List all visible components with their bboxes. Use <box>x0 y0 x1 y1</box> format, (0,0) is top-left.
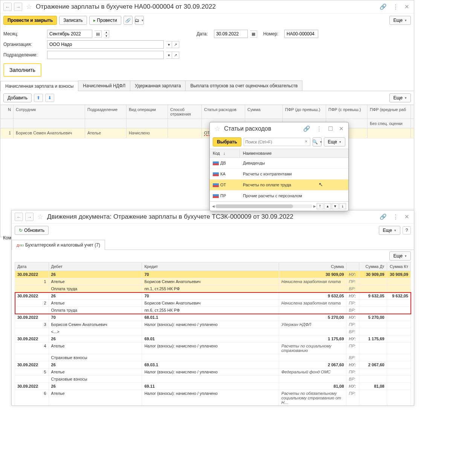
item-icon <box>213 183 219 187</box>
org-input[interactable] <box>47 40 164 49</box>
movements-entry[interactable]: 30.09.20222669.03.1 2 067,60НУ: 2 067,60… <box>15 361 411 383</box>
refresh-button[interactable]: ↻Обновить <box>15 226 49 235</box>
item-icon <box>213 172 219 176</box>
search-clear-button[interactable]: × <box>303 138 310 146</box>
grid2-more-label: Еще <box>394 253 403 259</box>
number-input[interactable] <box>284 30 318 38</box>
popup-close-icon[interactable]: ✕ <box>337 125 345 133</box>
popup-col-name[interactable]: Наименование <box>240 149 348 157</box>
win2-forward-button[interactable]: → <box>25 213 34 221</box>
col-div[interactable]: Подразделение <box>85 105 127 119</box>
attach-button[interactable]: 📎 <box>124 16 133 25</box>
structure-button[interactable]: 🗂▾ <box>135 16 144 25</box>
col-sum[interactable]: Сумма <box>245 105 283 119</box>
div-select-button[interactable]: ▾ <box>166 52 172 59</box>
org-open-button[interactable]: ↗ <box>172 41 179 48</box>
movements-entry[interactable]: 30.09.20227068.01.1 5 270,00НУ: 5 270,00… <box>15 314 411 335</box>
close-icon[interactable]: ✕ <box>403 3 411 11</box>
list-top-button[interactable]: ⤒ <box>317 203 323 209</box>
search-input[interactable] <box>244 138 303 146</box>
col-op[interactable]: Вид операции <box>127 105 168 119</box>
win2-more-button[interactable]: Еще▾ <box>379 226 400 235</box>
popup-more-icon[interactable]: ⋮ <box>315 125 323 133</box>
win2-star-icon[interactable]: ☆ <box>37 213 43 221</box>
form-area: Месяц: ▤ ▲▼ Дата: ▦ Номер: Организация: … <box>0 27 414 62</box>
grid-row[interactable]: 1 Борисов Семен Анатольевич Ателье Начис… <box>0 128 414 139</box>
grid-more-button[interactable]: Еще▾ <box>389 93 411 102</box>
tab-withheld[interactable]: Удержанная зарплата <box>130 81 186 91</box>
star-icon[interactable]: ☆ <box>26 3 32 11</box>
month-input[interactable] <box>47 30 92 38</box>
refresh-icon: ↻ <box>19 228 23 233</box>
col2-sum[interactable]: Сумма <box>279 262 346 271</box>
col2-kt[interactable]: Сумма Кт <box>387 262 410 271</box>
post-button-label: Провести <box>97 18 117 23</box>
fill-button[interactable]: Заполнить <box>3 63 41 77</box>
find-button[interactable]: 🔍▾ <box>313 137 322 146</box>
select-button[interactable]: Выбрать <box>213 137 241 146</box>
popup-link-icon[interactable]: 🔗 <box>302 125 312 133</box>
popup-max-icon[interactable]: ☐ <box>326 125 334 133</box>
back-button[interactable]: ← <box>3 3 12 11</box>
add-button[interactable]: Добавить <box>3 93 32 102</box>
link-icon[interactable]: 🔗 <box>378 3 388 11</box>
col2-debet[interactable]: Дебет <box>49 262 142 271</box>
list-down-button[interactable]: ▼ <box>332 203 339 209</box>
accounting-tab[interactable]: ДтКт Бухгалтерский и налоговый учет (7) <box>12 240 105 250</box>
win2-title: Движения документа: Отражение зарплаты в… <box>47 213 376 221</box>
date-input[interactable] <box>214 30 248 38</box>
col2-dt[interactable]: Сумма Дт <box>359 262 387 271</box>
movements-window: ← → ☆ Движения документа: Отражение зарп… <box>11 210 414 406</box>
movements-entry[interactable]: 30.09.20222670 30 909,09НУ: 30 909,0930 … <box>15 271 411 292</box>
col-emp[interactable]: Сотрудник <box>14 105 85 119</box>
sub-p3[interactable]: Без спец. оценки <box>368 119 411 128</box>
movements-entry[interactable]: 30.09.20222669.01 1 175,69НУ: 1 175,69 4… <box>15 335 411 361</box>
col-p1[interactable]: ПФР (до превыш.) <box>283 105 326 119</box>
list-up-button[interactable]: ▲ <box>324 203 331 209</box>
month-spinner[interactable]: ▲▼ <box>104 30 109 38</box>
number-label: Номер: <box>263 31 282 37</box>
tab-accrued[interactable]: Начисленная зарплата и взносы <box>0 81 78 91</box>
item-icon <box>213 194 219 198</box>
popup-scrollbar[interactable] <box>215 204 313 208</box>
win2-more-icon[interactable]: ⋮ <box>391 213 400 221</box>
move-up-button[interactable]: ⬆ <box>34 94 43 102</box>
movements-entry[interactable]: 30.09.20222670 9 632,05НУ: 9 632,059 632… <box>15 292 411 314</box>
win2-back-button[interactable]: ← <box>15 213 23 221</box>
write-button[interactable]: Записать <box>59 16 87 25</box>
grid-more-label: Еще <box>394 95 403 101</box>
div-input[interactable] <box>47 51 164 59</box>
popup-more-button[interactable]: Еще▾ <box>324 137 345 146</box>
expense-item-row[interactable]: ОТРасчеты по оплате труда <box>210 180 348 190</box>
forward-button[interactable]: → <box>14 3 22 11</box>
more-button[interactable]: Еще▾ <box>389 16 411 25</box>
col-p2[interactable]: ПФР (с превыш.) <box>326 105 368 119</box>
help-button[interactable]: ? <box>403 226 411 235</box>
tab-ndfl[interactable]: Начисленный НДФЛ <box>78 81 130 91</box>
div-open-button[interactable]: ↗ <box>172 52 179 59</box>
col-exp[interactable]: Статья расходов <box>202 105 245 119</box>
movements-entry[interactable]: 30.09.20222669.11 81,08НУ: 81,08 6Ателье… <box>15 383 411 406</box>
expense-item-row[interactable]: КАРасчеты с контрагентами <box>210 169 348 180</box>
col2-date[interactable]: Дата <box>15 262 49 271</box>
col-way[interactable]: Способ отражения <box>168 105 202 119</box>
calendar-button[interactable]: ▦ <box>250 30 257 38</box>
more-icon[interactable]: ⋮ <box>391 3 400 11</box>
win2-close-icon[interactable]: ✕ <box>403 213 411 221</box>
popup-col-code[interactable]: Код ↓ <box>210 149 240 157</box>
post-button[interactable]: ▸Провести <box>89 16 121 25</box>
move-down-button[interactable]: ⬇ <box>45 94 54 102</box>
popup-star-icon[interactable]: ☆ <box>214 125 220 133</box>
month-list-button[interactable]: ▤ <box>95 30 102 38</box>
win2-link-icon[interactable]: 🔗 <box>378 213 388 221</box>
list-bottom-button[interactable]: ⤓ <box>339 203 346 209</box>
grid2-more-button[interactable]: Еще▾ <box>389 251 411 260</box>
tab-vacation[interactable]: Выплата отпусков за счет оценочных обяза… <box>185 81 302 91</box>
col-p3[interactable]: ПФР (вредные раб <box>368 105 411 119</box>
expense-item-row[interactable]: ПРПрочие расчеты с персоналом <box>210 190 348 201</box>
col2-kredit[interactable]: Кредит <box>142 262 279 271</box>
col-n[interactable]: N <box>0 105 14 119</box>
post-close-button[interactable]: Провести и закрыть <box>3 16 57 25</box>
expense-item-row[interactable]: ДВДивиденды <box>210 158 348 169</box>
org-select-button[interactable]: ▾ <box>166 41 172 48</box>
